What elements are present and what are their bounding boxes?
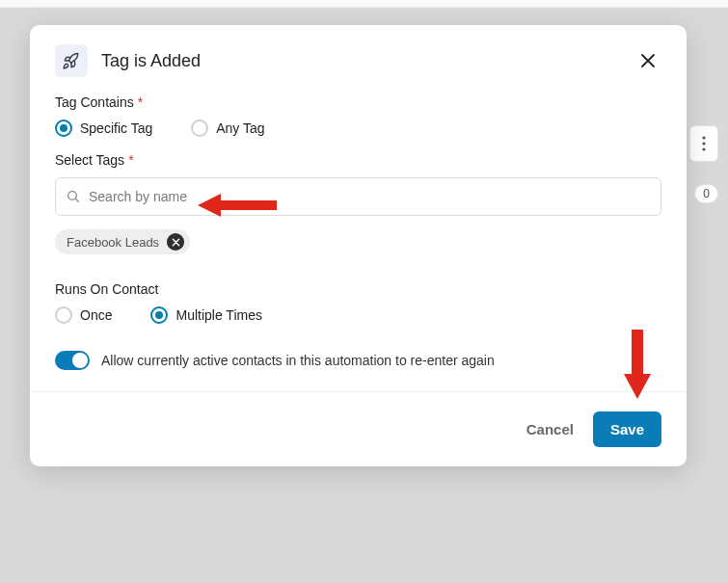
reenter-toggle-row: Allow currently active contacts in this …	[55, 351, 661, 370]
modal-body: Tag Contains* Specific Tag Any Tag Selec…	[30, 91, 687, 391]
remove-icon	[172, 238, 180, 247]
reenter-toggle[interactable]	[55, 351, 90, 370]
tag-contains-text: Tag Contains	[55, 94, 134, 110]
more-vertical-icon	[702, 136, 706, 151]
radio-any-label: Any Tag	[216, 120, 264, 136]
radio-once-label: Once	[80, 307, 112, 323]
required-asterisk: *	[128, 152, 133, 168]
tag-search-wrap[interactable]	[55, 177, 661, 216]
svg-point-0	[702, 136, 705, 139]
tag-added-modal: Tag is Added Tag Contains* Specific Tag …	[30, 25, 687, 466]
close-button[interactable]	[634, 47, 661, 74]
tag-contains-label: Tag Contains*	[55, 94, 661, 110]
reenter-toggle-label: Allow currently active contacts in this …	[101, 353, 495, 368]
svg-line-4	[75, 199, 78, 201]
modal-header: Tag is Added	[30, 25, 687, 91]
required-asterisk: *	[138, 94, 143, 110]
radio-any-tag[interactable]: Any Tag	[191, 119, 264, 137]
svg-point-2	[702, 147, 705, 150]
tag-chip-remove[interactable]	[167, 233, 184, 251]
tag-search-input[interactable]	[89, 189, 651, 204]
runs-on-radios: Once Multiple Times	[55, 306, 661, 324]
modal-title: Tag is Added	[101, 51, 634, 71]
save-button[interactable]: Save	[593, 411, 661, 447]
modal-footer: Cancel Save	[30, 391, 687, 466]
selected-tag-chip: Facebook Leads	[55, 229, 190, 254]
radio-icon-unchecked	[191, 119, 208, 137]
rocket-icon	[55, 44, 88, 77]
radio-multiple[interactable]: Multiple Times	[150, 306, 261, 324]
radio-specific-tag[interactable]: Specific Tag	[55, 119, 152, 137]
search-icon	[66, 189, 81, 204]
runs-on-label: Runs On Contact	[55, 281, 661, 297]
select-tags-label: Select Tags*	[55, 152, 661, 168]
radio-once[interactable]: Once	[55, 306, 112, 324]
tag-contains-radios: Specific Tag Any Tag	[55, 119, 661, 137]
tag-chip-label: Facebook Leads	[67, 235, 159, 250]
toggle-knob	[72, 353, 88, 368]
radio-icon-checked	[55, 119, 72, 137]
svg-point-1	[702, 142, 705, 145]
radio-specific-label: Specific Tag	[80, 120, 152, 136]
radio-multiple-label: Multiple Times	[175, 307, 261, 323]
bg-more-button[interactable]	[689, 125, 718, 162]
radio-icon-unchecked	[55, 306, 72, 324]
radio-icon-checked	[150, 306, 168, 324]
close-icon	[639, 52, 657, 69]
bg-count-badge: 0	[694, 184, 718, 203]
cancel-button[interactable]: Cancel	[526, 421, 574, 437]
select-tags-text: Select Tags	[55, 152, 124, 168]
